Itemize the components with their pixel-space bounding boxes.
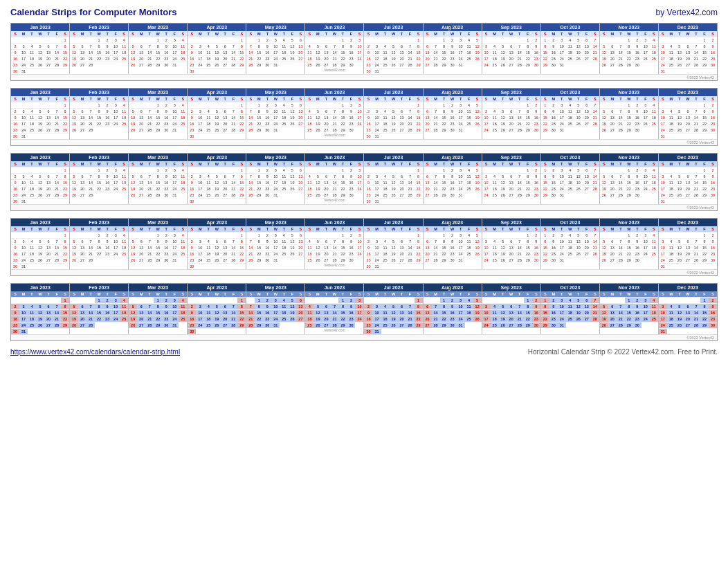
day-cell: 31: [19, 329, 28, 334]
day-cell: [229, 37, 237, 43]
day-cell: 11: [381, 180, 390, 185]
day-cell: 25: [381, 62, 390, 68]
day-cell: 23: [633, 251, 641, 257]
day-cell: 20: [684, 186, 692, 192]
day-cell: 19: [313, 251, 322, 257]
day-cell: [381, 329, 390, 334]
day-cell: [179, 127, 187, 133]
day-cell: 12: [574, 109, 583, 114]
dow-cell: S: [600, 291, 608, 297]
day-cell: 18: [491, 251, 499, 257]
day-cell: 4: [381, 239, 390, 244]
day-cell: 7: [516, 109, 524, 114]
day-cell: [288, 127, 296, 133]
day-cell: [390, 69, 398, 74]
day-cell: 16: [103, 50, 111, 55]
day-cell: 15: [255, 115, 263, 120]
day-cell: 27: [322, 192, 330, 198]
day-cell: 21: [145, 56, 154, 62]
day-cell: 6: [583, 298, 591, 303]
day-cell: 20: [221, 121, 229, 127]
day-cell: 23: [347, 121, 355, 127]
day-cell: 24: [641, 56, 650, 62]
day-cell: 26: [600, 127, 608, 133]
dow-cell: S: [355, 161, 363, 167]
day-cell: 26: [675, 192, 684, 198]
day-cell: 21: [432, 316, 440, 322]
day-cell: 3: [355, 167, 363, 173]
day-cell: 9: [11, 50, 19, 55]
day-cell: 4: [204, 109, 212, 114]
day-cell: 31: [170, 62, 179, 68]
day-cell: 30: [263, 192, 271, 198]
day-cell: [709, 69, 717, 74]
day-cell: 16: [188, 121, 196, 127]
dow-cell: F: [524, 291, 532, 297]
day-cell: [120, 127, 128, 133]
day-cell: 4: [667, 109, 675, 114]
month-block: Sep 2023SMTWTFS1234567891011121314151617…: [482, 24, 541, 74]
day-cell: 18: [566, 115, 574, 120]
day-cell: [204, 298, 212, 303]
day-cell: 28: [432, 257, 440, 263]
day-cell: 26: [129, 127, 137, 133]
day-cell: 11: [305, 310, 313, 316]
day-cell: 22: [255, 186, 263, 192]
day-cell: 16: [347, 180, 355, 185]
day-cell: [322, 233, 330, 238]
day-cell: 14: [617, 180, 625, 185]
day-cell: 13: [583, 174, 591, 179]
day-cell: 6: [322, 239, 330, 244]
day-cell: 13: [137, 115, 145, 120]
day-cell: 12: [129, 245, 137, 251]
day-cell: [19, 167, 28, 173]
dow-cell: S: [355, 96, 363, 102]
day-cell: 16: [709, 50, 717, 55]
day-cell: 30: [709, 62, 717, 68]
day-cell: 25: [28, 127, 36, 133]
day-cell: 6: [221, 239, 229, 244]
day-cell: 1: [338, 233, 347, 238]
day-cell: 6: [583, 102, 591, 108]
day-cell: 9: [448, 304, 457, 309]
day-cell: 15: [700, 310, 709, 316]
day-cell: [188, 233, 196, 238]
dow-cell: T: [280, 96, 288, 102]
day-cell: 5: [473, 233, 482, 238]
day-cell: 16: [549, 245, 558, 251]
day-cell: [507, 102, 516, 108]
day-cell: 23: [549, 121, 558, 127]
day-cell: 28: [617, 62, 625, 68]
footer-url[interactable]: https://www.vertex42.com/calendars/calen…: [10, 348, 180, 356]
day-cell: 13: [296, 239, 304, 244]
dow-cell: S: [120, 226, 128, 232]
day-cell: 31: [659, 264, 667, 269]
dow-cell: F: [111, 291, 120, 297]
dow-cell: T: [633, 31, 641, 37]
day-cell: [398, 102, 406, 108]
day-cell: 8: [440, 239, 448, 244]
day-cell: 11: [667, 245, 675, 251]
dow-cell: S: [120, 96, 128, 102]
day-cell: 11: [491, 115, 499, 120]
day-cell: 2: [162, 233, 170, 238]
day-cell: 6: [583, 233, 591, 238]
day-cell: 21: [145, 251, 154, 257]
day-cell: 18: [305, 56, 313, 62]
month-header: Jan 2023: [11, 219, 69, 226]
month-block: Sep 2023SMTWTFS1234567891011121314151617…: [482, 219, 541, 269]
day-cell: 24: [355, 56, 363, 62]
day-cell: 6: [684, 304, 692, 309]
month-block: Nov 2023SMTWTFS1234567891011121314151617…: [600, 24, 659, 74]
dow-cell: W: [566, 96, 574, 102]
day-cell: 29: [440, 192, 448, 198]
day-cell: [28, 69, 36, 74]
day-cell: 29: [255, 62, 263, 68]
dow-cell: T: [398, 161, 406, 167]
day-cell: [111, 322, 120, 328]
day-cell: 3: [355, 37, 363, 43]
day-cell: 10: [355, 174, 363, 179]
dow-cell: S: [415, 226, 423, 232]
dow-cell: T: [103, 161, 111, 167]
day-cell: 15: [700, 115, 709, 120]
